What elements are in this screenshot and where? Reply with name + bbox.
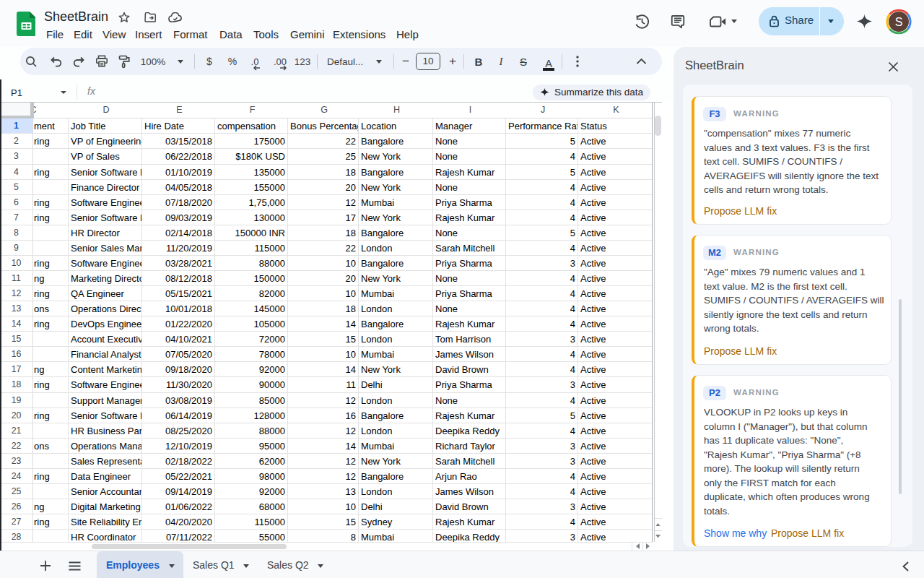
svg-text:S: S xyxy=(895,16,903,28)
